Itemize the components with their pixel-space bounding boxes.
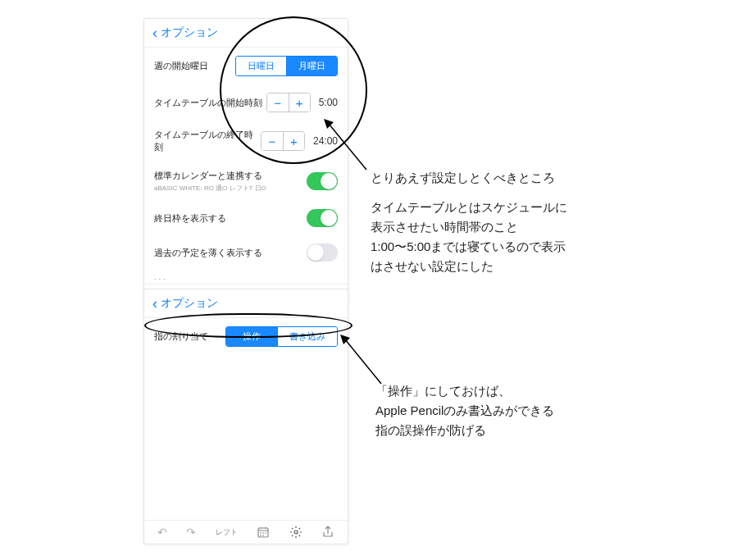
row-show-holiday: 終日枠を表示する [144,201,348,235]
row-week-start: 週の開始曜日 日曜日 月曜日 [144,48,348,84]
annotation-text-1: とりあえず設定しとくべきところ タイムテーブルとはスケジュールに 表示させたい時… [371,168,567,276]
gear-icon[interactable] [289,526,302,539]
undo-icon[interactable]: ↶ [157,526,167,539]
arrow-icon [324,119,373,176]
row-label: 標準カレンダーと連携する aBASIC WHITE: RO 週O レフトT 日O [154,170,307,193]
finger-segmented: 操作 書き込み [225,326,338,347]
options-panel-2: ‹ オプション 指の割り当て 操作 書き込み ↶ ↷ レフト [143,289,348,544]
tt-end-stepper: − + [261,131,305,151]
svg-point-3 [294,530,298,534]
row-finger-assign: 指の割り当て 操作 書き込み [144,318,348,355]
panel-title: オプション [161,296,218,311]
row-tt-start: タイムテーブルの開始時刻 − + 5:00 [144,84,348,121]
show-holiday-switch[interactable] [307,209,338,227]
redo-icon[interactable]: ↷ [186,526,196,539]
row-label: タイムテーブルの終了時刻 [154,129,261,153]
row-tt-end: タイムテーブルの終了時刻 − + 24:00 [144,121,348,162]
row-subtext: aBASIC WHITE: RO 週O レフトT 日O [154,184,307,193]
seg-option-sunday[interactable]: 日曜日 [236,57,286,75]
toolbar-left-label[interactable]: レフト [216,527,238,538]
panel-back[interactable]: ‹ オプション [144,19,348,48]
dim-past-switch[interactable] [307,244,338,262]
seg-option-write[interactable]: 書き込み [277,327,337,346]
stepper-minus[interactable]: − [262,132,283,150]
row-label: 終日枠を表示する [154,212,307,225]
tt-start-stepper: − + [266,93,311,112]
panel-title: オプション [161,25,218,40]
row-label: タイムテーブルの開始時刻 [154,97,266,109]
stepper-plus[interactable]: + [283,132,304,150]
row-label: 過去の予定を薄く表示する [154,247,307,259]
chevron-left-icon: ‹ [152,25,157,40]
options-panel-1: ‹ オプション 週の開始曜日 日曜日 月曜日 タイムテーブルの開始時刻 − + … [143,18,348,308]
panel2-toolbar: ↶ ↷ レフト [144,520,348,544]
tt-start-value: 5:00 [319,97,338,108]
stepper-minus[interactable]: − [267,93,289,112]
row-dim-past: 過去の予定を薄く表示する [144,235,348,270]
week-start-segmented: 日曜日 月曜日 [235,56,338,76]
row-link-calendar: 標準カレンダーと連携する aBASIC WHITE: RO 週O レフトT 日O [144,162,348,201]
stepper-plus[interactable]: + [289,93,310,112]
row-label: 週の開始曜日 [154,60,235,72]
share-icon[interactable] [321,526,334,539]
seg-option-control[interactable]: 操作 [226,327,277,346]
panel-back[interactable]: ‹ オプション [144,289,348,318]
row-cutoff: · · · [144,270,348,284]
chevron-left-icon: ‹ [152,296,157,311]
annotation-text-2: 「操作」にしておけば、 Apple Pencilのみ書込みができる 指の誤操作が… [375,381,554,440]
calendar-icon[interactable] [257,526,270,539]
seg-option-monday[interactable]: 月曜日 [286,57,337,75]
row-label: 指の割り当て [154,330,225,343]
